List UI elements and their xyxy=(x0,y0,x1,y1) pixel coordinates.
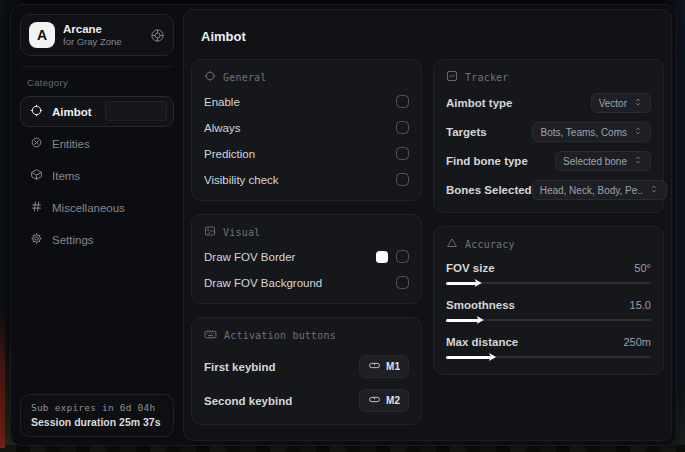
always-checkbox[interactable] xyxy=(396,121,409,134)
first-keybind-button[interactable]: M1 xyxy=(359,355,409,378)
sidebar-divider xyxy=(21,66,173,67)
aimbot-type-select[interactable]: Vector xyxy=(591,93,651,113)
general-row-enable: Enable xyxy=(204,93,409,110)
page-title: Aimbot xyxy=(201,29,654,44)
game-background-bottom-strip xyxy=(0,445,685,452)
sub-expires-text: Sub expires in 6d 04h xyxy=(31,402,163,413)
tracker-row-find-bone-type: Find bone type Selected bone xyxy=(446,151,651,171)
watermark xyxy=(105,101,167,121)
targets-select[interactable]: Bots, Teams, Coms xyxy=(532,122,651,142)
sidebar-item-settings[interactable]: Settings xyxy=(20,224,174,255)
fov-size-slider[interactable] xyxy=(446,278,651,288)
enable-checkbox[interactable] xyxy=(396,95,409,108)
row-label: Smoothness xyxy=(446,299,515,311)
panel-visual: Visual Draw FOV Border Draw FOV Backgrou… xyxy=(191,214,422,304)
row-label: Always xyxy=(204,122,240,134)
image-icon xyxy=(204,225,216,239)
cheat-menu-window: A Arcane for Gray Zone Category Aimb xyxy=(10,4,677,446)
chevrons-up-down-icon xyxy=(633,97,643,109)
entities-radar-icon xyxy=(30,136,43,151)
visual-row-fov-background: Draw FOV Background xyxy=(204,274,409,291)
panel-tracker: Tracker Aimbot type Vector Targets xyxy=(433,59,664,213)
select-value: Bots, Teams, Coms xyxy=(540,127,627,138)
sidebar-item-aimbot[interactable]: Aimbot xyxy=(20,96,174,127)
brand-logo: A xyxy=(29,22,55,48)
smoothness-value: 15.0 xyxy=(630,299,651,311)
tracker-row-bones-selected: Bones Selected Head, Neck, Body, Pe.. xyxy=(446,180,651,200)
row-label: Bones Selected xyxy=(446,184,532,196)
row-label: Find bone type xyxy=(446,155,528,167)
panel-title: Visual xyxy=(223,227,260,238)
hash-icon xyxy=(30,200,43,215)
triangle-icon xyxy=(446,237,458,251)
panel-title: Accuracy xyxy=(465,239,515,250)
general-row-always: Always xyxy=(204,119,409,136)
brand-name: Arcane xyxy=(63,23,122,35)
row-label: FOV size xyxy=(446,262,495,274)
tracker-row-aimbot-type: Aimbot type Vector xyxy=(446,93,651,113)
keybind-value: M1 xyxy=(386,361,400,372)
visual-row-fov-border: Draw FOV Border xyxy=(204,248,409,265)
visibility-check-checkbox[interactable] xyxy=(396,173,409,186)
fov-border-checkbox[interactable] xyxy=(396,250,409,263)
panel-title: Activation buttons xyxy=(224,330,336,341)
sidebar-item-label: Entities xyxy=(52,138,90,150)
activation-row-second-keybind: Second keybind M2 xyxy=(204,389,409,412)
sidebar-item-label: Miscellaneous xyxy=(52,202,125,214)
brand-subtitle: for Gray Zone xyxy=(63,36,122,47)
chevrons-up-down-icon xyxy=(633,126,643,138)
session-duration-text: Session duration 25m 37s xyxy=(31,416,163,428)
subscription-footer: Sub expires in 6d 04h Session duration 2… xyxy=(20,394,174,437)
sidebar-item-label: Settings xyxy=(52,234,94,246)
select-value: Selected bone xyxy=(563,156,627,167)
mouse-icon xyxy=(368,393,381,408)
sidebar-item-label: Items xyxy=(52,170,80,182)
category-label: Category xyxy=(27,77,167,88)
sidebar-item-label: Aimbot xyxy=(52,106,92,118)
panel-title: Tracker xyxy=(465,72,509,83)
chevrons-up-down-icon xyxy=(649,184,659,196)
sidebar-item-miscellaneous[interactable]: Miscellaneous xyxy=(20,192,174,223)
fov-background-checkbox[interactable] xyxy=(396,276,409,289)
activation-row-first-keybind: First keybind M1 xyxy=(204,355,409,378)
bones-selected-select[interactable]: Head, Neck, Body, Pe.. xyxy=(532,180,667,200)
activity-icon xyxy=(446,70,458,84)
game-background-red-sliver xyxy=(0,308,5,448)
fov-size-value: 50° xyxy=(634,262,651,274)
prediction-checkbox[interactable] xyxy=(396,147,409,160)
general-row-visibility-check: Visibility check xyxy=(204,171,409,188)
smoothness-slider-block: Smoothness 15.0 xyxy=(446,299,651,325)
select-value: Head, Neck, Body, Pe.. xyxy=(540,185,643,196)
max-distance-slider-block: Max distance 250m xyxy=(446,336,651,362)
panel-general: General Enable Always Prediction xyxy=(191,59,422,201)
row-label: Draw FOV Background xyxy=(204,277,322,289)
tracker-row-targets: Targets Bots, Teams, Coms xyxy=(446,122,651,142)
find-bone-type-select[interactable]: Selected bone xyxy=(555,151,651,171)
keyboard-icon xyxy=(204,328,217,343)
sidebar-item-items[interactable]: Items xyxy=(20,160,174,191)
row-label: Max distance xyxy=(446,336,518,348)
panel-activation-buttons: Activation buttons First keybind M1 xyxy=(191,317,422,425)
row-label: Draw FOV Border xyxy=(204,251,295,263)
crosshair-icon xyxy=(204,70,216,84)
fov-border-color-swatch[interactable] xyxy=(376,251,388,263)
max-distance-value: 250m xyxy=(623,336,651,348)
sidebar-nav: Aimbot Entities Items xyxy=(20,96,174,255)
select-value: Vector xyxy=(599,98,627,109)
row-label: Enable xyxy=(204,96,240,108)
row-label: Aimbot type xyxy=(446,97,512,109)
keybind-value: M2 xyxy=(386,395,400,406)
max-distance-slider[interactable] xyxy=(446,352,651,362)
row-label: Targets xyxy=(446,126,487,138)
sidebar: A Arcane for Gray Zone Category Aimb xyxy=(15,9,179,441)
mouse-icon xyxy=(368,359,381,374)
gear-icon xyxy=(30,232,43,247)
smoothness-slider[interactable] xyxy=(446,315,651,325)
second-keybind-button[interactable]: M2 xyxy=(359,389,409,412)
lifebuoy-icon[interactable] xyxy=(150,28,165,43)
sidebar-item-entities[interactable]: Entities xyxy=(20,128,174,159)
crosshair-icon xyxy=(30,104,43,119)
package-icon xyxy=(30,168,43,183)
main-content: Aimbot General Enable xyxy=(183,9,672,441)
panel-title: General xyxy=(223,72,267,83)
